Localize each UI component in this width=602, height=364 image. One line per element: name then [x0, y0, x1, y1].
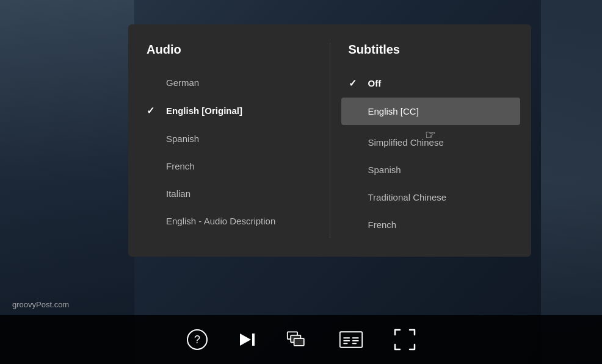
- subtitle-item-french[interactable]: French: [349, 211, 513, 238]
- subtitle-item-traditional-chinese[interactable]: Traditional Chinese: [349, 184, 513, 211]
- svg-rect-13: [352, 343, 357, 344]
- svg-rect-9: [343, 340, 350, 341]
- svg-text:?: ?: [194, 334, 200, 346]
- svg-rect-10: [352, 337, 359, 338]
- help-button[interactable]: ?: [186, 329, 208, 351]
- svg-rect-8: [343, 337, 350, 338]
- audio-item-label: Spanish: [166, 134, 199, 144]
- subtitle-item-simplified-chinese[interactable]: Simplified Chinese: [349, 125, 513, 156]
- audio-header: Audio: [147, 43, 311, 57]
- subtitle-item-label: French: [368, 219, 397, 230]
- svg-rect-3: [252, 334, 255, 346]
- audio-item-label: French: [166, 161, 195, 171]
- watermark: groovyPost.com: [12, 300, 69, 309]
- subtitles-column: Subtitles ✓ Off English [CC] ☞ Simplifie…: [330, 43, 532, 238]
- audio-item-label: English [Original]: [166, 105, 242, 116]
- subtitle-item-label: Off: [368, 78, 382, 88]
- bg-overlay-right: [541, 0, 602, 364]
- subtitle-item-english-cc[interactable]: English [CC] ☞: [341, 98, 521, 125]
- checkmark-icon: ✓: [147, 105, 161, 116]
- svg-rect-6: [294, 338, 304, 346]
- audio-item-label: English - Audio Description: [166, 216, 275, 226]
- episodes-button[interactable]: [286, 329, 308, 351]
- audio-item-label: Italian: [166, 188, 190, 199]
- skip-next-button[interactable]: [239, 331, 256, 348]
- audio-item-label: German: [166, 77, 199, 88]
- audio-item-german[interactable]: German: [147, 69, 311, 96]
- svg-rect-7: [340, 332, 362, 347]
- audio-item-french[interactable]: French: [147, 152, 311, 180]
- controls-bar: ?: [0, 315, 602, 364]
- subtitle-item-label: English [CC]: [368, 106, 419, 116]
- subtitle-item-spanish[interactable]: Spanish: [349, 156, 513, 184]
- audio-item-english-original[interactable]: ✓ English [Original]: [147, 96, 311, 125]
- audio-column: Audio German ✓ English [Original] Spanis…: [128, 43, 330, 238]
- audio-item-italian[interactable]: Italian: [147, 180, 311, 207]
- bg-overlay-left: [0, 0, 134, 364]
- subtitle-item-label: Simplified Chinese: [368, 137, 444, 148]
- subtitle-item-label: Traditional Chinese: [368, 192, 447, 202]
- svg-rect-11: [352, 340, 359, 341]
- audio-subtitles-panel: Audio German ✓ English [Original] Spanis…: [128, 24, 531, 257]
- fullscreen-button[interactable]: [394, 329, 416, 351]
- subtitles-header: Subtitles: [349, 43, 513, 57]
- svg-rect-12: [343, 343, 347, 344]
- svg-marker-2: [240, 334, 251, 346]
- audio-item-english-ad[interactable]: English - Audio Description: [147, 207, 311, 235]
- audio-item-spanish[interactable]: Spanish: [147, 125, 311, 152]
- subtitle-item-off[interactable]: ✓ Off: [349, 69, 513, 98]
- checkmark-icon: ✓: [349, 77, 363, 89]
- subtitle-item-label: Spanish: [368, 165, 401, 175]
- subtitles-button[interactable]: [339, 329, 363, 351]
